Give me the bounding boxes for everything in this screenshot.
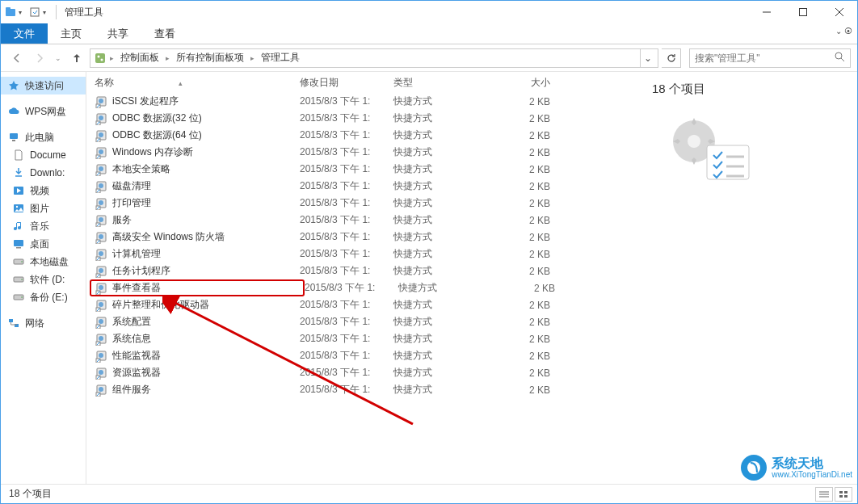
- properties-icon[interactable]: [28, 6, 41, 19]
- crumb-sep-icon[interactable]: ▸: [249, 54, 256, 62]
- svg-point-43: [99, 183, 103, 188]
- search-input[interactable]: [695, 52, 835, 64]
- shortcut-icon: [95, 299, 109, 312]
- crumb-admin-tools[interactable]: 管理工具: [258, 51, 303, 65]
- svg-point-22: [21, 279, 23, 280]
- crumb-all-items[interactable]: 所有控制面板项: [173, 51, 247, 65]
- file-date: 2015/8/3 下午 1:: [300, 230, 393, 244]
- file-size: 2 KB: [494, 232, 558, 243]
- file-type: 快捷方式: [393, 332, 494, 346]
- file-row[interactable]: iSCSI 发起程序2015/8/3 下午 1:快捷方式2 KB: [86, 93, 637, 110]
- file-row[interactable]: 事件查看器2015/8/3 下午 1:快捷方式2 KB: [86, 279, 637, 296]
- view-buttons: [815, 487, 852, 502]
- sidebar-item-quick-access[interactable]: 快速访问: [1, 77, 86, 94]
- file-type: 快捷方式: [393, 247, 494, 261]
- col-date[interactable]: 修改日期: [300, 76, 393, 90]
- maximize-button[interactable]: [784, 1, 821, 23]
- qat-dropdown-icon[interactable]: ▾: [19, 9, 27, 16]
- address-dropdown-icon[interactable]: ⌄: [640, 49, 654, 67]
- sidebar-item-backup[interactable]: 备份 (E:): [1, 288, 86, 306]
- recent-dropdown[interactable]: ⌄: [53, 48, 64, 68]
- file-row[interactable]: 组件服务2015/8/3 下午 1:快捷方式2 KB: [86, 381, 637, 398]
- address-bar[interactable]: ▸ 控制面板 ▸ 所有控制面板项 ▸ 管理工具 ⌄: [90, 48, 658, 68]
- up-button[interactable]: [67, 48, 86, 68]
- sidebar-item-desktop[interactable]: 桌面: [1, 235, 86, 253]
- watermark: 系统天地 www.XiTongTianDi.net: [739, 453, 852, 482]
- col-name[interactable]: 名称▴: [95, 76, 300, 90]
- svg-point-55: [99, 251, 103, 256]
- file-row[interactable]: 计算机管理2015/8/3 下午 1:快捷方式2 KB: [86, 246, 637, 262]
- file-size: 2 KB: [494, 198, 558, 209]
- file-row[interactable]: 资源监视器2015/8/3 下午 1:快捷方式2 KB: [86, 364, 637, 381]
- file-size: 2 KB: [494, 266, 558, 277]
- file-name: 计算机管理: [112, 247, 300, 261]
- file-row[interactable]: 本地安全策略2015/8/3 下午 1:快捷方式2 KB: [86, 161, 637, 178]
- file-name: 资源监视器: [112, 366, 300, 380]
- file-row[interactable]: 系统配置2015/8/3 下午 1:快捷方式2 KB: [86, 313, 637, 330]
- file-row[interactable]: 高级安全 Windows 防火墙2015/8/3 下午 1:快捷方式2 KB: [86, 229, 637, 246]
- view-tab[interactable]: 查看: [141, 23, 188, 44]
- file-row[interactable]: ODBC 数据源(64 位)2015/8/3 下午 1:快捷方式2 KB: [86, 127, 637, 144]
- back-button[interactable]: [7, 48, 27, 68]
- share-tab[interactable]: 共享: [95, 23, 141, 44]
- sidebar-item-software[interactable]: 软件 (D:: [1, 271, 86, 288]
- file-date: 2015/8/3 下午 1:: [300, 128, 393, 142]
- file-row[interactable]: 服务2015/8/3 下午 1:快捷方式2 KB: [86, 212, 637, 229]
- file-date: 2015/8/3 下午 1:: [300, 179, 393, 193]
- quick-access-toolbar: ▾ ▾: [4, 5, 60, 19]
- file-size: 2 KB: [494, 147, 558, 158]
- document-icon: [12, 149, 25, 162]
- file-type: 快捷方式: [393, 315, 494, 329]
- file-row[interactable]: 系统信息2015/8/3 下午 1:快捷方式2 KB: [86, 330, 637, 347]
- sidebar-item-music[interactable]: 音乐: [1, 217, 86, 235]
- icons-view-button[interactable]: [835, 487, 852, 502]
- col-type[interactable]: 类型: [393, 76, 494, 90]
- sidebar-item-this-pc[interactable]: 此电脑: [1, 128, 86, 146]
- home-tab[interactable]: 主页: [48, 23, 95, 44]
- pictures-icon: [12, 202, 25, 215]
- crumb-sep-icon[interactable]: ▸: [164, 54, 171, 62]
- file-date: 2015/8/3 下午 1:: [300, 298, 393, 312]
- file-row[interactable]: 打印管理2015/8/3 下午 1:快捷方式2 KB: [86, 195, 637, 212]
- file-row[interactable]: 任务计划程序2015/8/3 下午 1:快捷方式2 KB: [86, 262, 637, 279]
- crumb-sep-icon[interactable]: ▸: [108, 54, 116, 62]
- qat-dropdown2-icon[interactable]: ▾: [43, 9, 51, 16]
- file-row[interactable]: 磁盘清理2015/8/3 下午 1:快捷方式2 KB: [86, 178, 637, 195]
- sidebar-item-videos[interactable]: 视频: [1, 182, 86, 200]
- file-row[interactable]: ODBC 数据源(32 位)2015/8/3 下午 1:快捷方式2 KB: [86, 110, 637, 127]
- sidebar-item-documents[interactable]: Docume: [1, 146, 86, 164]
- svg-rect-4: [799, 9, 806, 16]
- crumb-control-panel[interactable]: 控制面板: [117, 51, 162, 65]
- sidebar-label: 备份 (E:): [30, 291, 68, 304]
- col-size[interactable]: 大小: [494, 76, 558, 90]
- shortcut-icon: [95, 163, 109, 176]
- desktop-icon: [12, 237, 25, 250]
- sidebar-item-wps[interactable]: WPS网盘: [1, 103, 86, 120]
- minimize-button[interactable]: [748, 1, 784, 23]
- svg-point-8: [98, 55, 100, 57]
- sidebar-item-pictures[interactable]: 图片: [1, 200, 86, 217]
- file-size: 2 KB: [494, 249, 558, 260]
- file-size: 2 KB: [494, 130, 558, 141]
- sidebar-label: 视频: [30, 184, 49, 198]
- sidebar-item-local-disk[interactable]: 本地磁盘: [1, 253, 86, 271]
- svg-rect-7: [95, 53, 105, 63]
- details-view-button[interactable]: [815, 487, 833, 502]
- file-size: 2 KB: [494, 113, 558, 124]
- svg-rect-92: [839, 495, 843, 498]
- search-icon[interactable]: [835, 52, 845, 65]
- main-pane: 名称▴ 修改日期 类型 大小 iSCSI 发起程序2015/8/3 下午 1:快…: [86, 72, 857, 485]
- file-row[interactable]: 碎片整理和优化驱动器2015/8/3 下午 1:快捷方式2 KB: [86, 296, 637, 313]
- file-name: 服务: [112, 213, 300, 227]
- file-row[interactable]: Windows 内存诊断2015/8/3 下午 1:快捷方式2 KB: [86, 144, 637, 161]
- file-tab[interactable]: 文件: [1, 23, 48, 44]
- close-button[interactable]: [821, 1, 857, 23]
- sidebar-item-network[interactable]: 网络: [1, 314, 86, 332]
- forward-button[interactable]: [30, 48, 49, 68]
- sidebar-item-downloads[interactable]: Downlo:: [1, 164, 86, 182]
- search-box[interactable]: [689, 48, 851, 68]
- sidebar-label: 本地磁盘: [30, 255, 69, 269]
- refresh-button[interactable]: [662, 48, 681, 68]
- file-row[interactable]: 性能监视器2015/8/3 下午 1:快捷方式2 KB: [86, 347, 637, 364]
- ribbon-expand-icon[interactable]: ⌄ ⦿: [835, 27, 852, 36]
